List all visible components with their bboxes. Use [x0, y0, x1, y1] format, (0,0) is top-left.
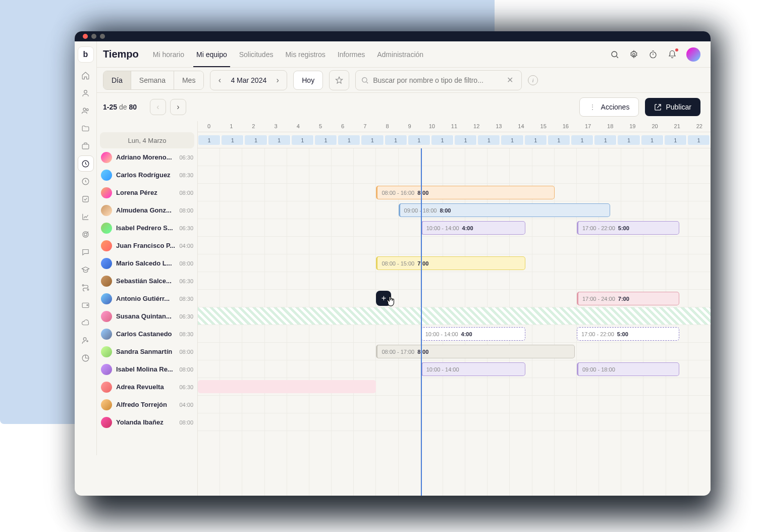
timeline-row[interactable]	[198, 413, 711, 431]
tab-solicitudes[interactable]: Solicitudes	[239, 42, 274, 67]
shift-block[interactable]: 17:00 - 22:005:00	[577, 327, 679, 341]
cloud-icon[interactable]	[78, 314, 94, 331]
clock-icon[interactable]	[78, 155, 94, 172]
shift-block[interactable]: 08:00 - 15:007:00	[376, 256, 525, 270]
shift-duration: 7:00	[618, 296, 629, 302]
timeline-row[interactable]	[198, 378, 711, 396]
hour-count: 1	[315, 135, 337, 145]
pie-icon[interactable]	[78, 350, 94, 366]
next-day-button[interactable]: ›	[272, 76, 284, 85]
close-dot-icon[interactable]	[83, 34, 88, 39]
employee-name: Sebastián Salce...	[116, 277, 175, 285]
absence-block[interactable]	[198, 380, 376, 393]
employee-row[interactable]: Mario Salcedo L... 08:00	[97, 254, 197, 272]
favorite-button[interactable]	[329, 70, 349, 90]
briefcase-icon[interactable]	[78, 138, 94, 154]
search-box[interactable]: ✕	[355, 70, 522, 90]
employee-row[interactable]: Juan Francisco P... 04:00	[97, 237, 197, 254]
employee-row[interactable]: Carlos Castanedo 08:30	[97, 325, 197, 343]
prev-page-button[interactable]: ‹	[150, 99, 166, 115]
shift-block[interactable]: 08:00 - 17:008:00	[376, 345, 574, 358]
avatar	[101, 346, 112, 357]
gear-icon[interactable]	[629, 49, 639, 60]
employee-row[interactable]: Isabel Molina Re... 08:00	[97, 360, 197, 378]
employee-row[interactable]: Sebastián Salce... 06:30	[97, 272, 197, 290]
shift-block[interactable]: 09:00 - 18:00	[577, 362, 679, 376]
target-icon[interactable]	[78, 226, 94, 242]
info-icon[interactable]: i	[528, 75, 538, 85]
timeline-row[interactable]	[198, 396, 711, 413]
timeline-row[interactable]: 10:00 - 14:004:0017:00 - 22:005:00	[198, 219, 711, 237]
today-button[interactable]: Hoy	[293, 71, 323, 90]
stopwatch-icon[interactable]	[648, 49, 658, 60]
profile-avatar[interactable]	[686, 47, 700, 62]
hour-count: 1	[222, 135, 244, 145]
timeline-row[interactable]: 08:00 - 17:008:00	[198, 343, 711, 360]
tab-informes[interactable]: Informes	[338, 42, 365, 67]
tab-mi-horario[interactable]: Mi horario	[153, 42, 184, 67]
tab-administración[interactable]: Administración	[377, 42, 423, 67]
route-icon[interactable]	[78, 279, 94, 295]
shift-block[interactable]: 10:00 - 14:004:00	[421, 327, 526, 341]
shift-block[interactable]: 10:00 - 14:004:00	[421, 221, 526, 235]
employee-row[interactable]: Lorena Pérez 08:00	[97, 184, 197, 201]
employee-row[interactable]: Adriano Moreno... 06:30	[97, 148, 197, 166]
employee-row[interactable]: Yolanda Ibañez 08:00	[97, 413, 197, 431]
timeline-row[interactable]: 10:00 - 14:004:0017:00 - 22:005:00	[198, 325, 711, 343]
shift-block[interactable]: 17:00 - 22:005:00	[577, 221, 679, 235]
shift-block[interactable]: 08:00 - 16:008:00	[376, 186, 554, 199]
wallet-icon[interactable]	[78, 297, 94, 313]
clear-search-icon[interactable]: ✕	[504, 75, 516, 85]
next-page-button[interactable]: ›	[170, 99, 186, 115]
timeline-row[interactable]: 08:00 - 15:007:00	[198, 254, 711, 272]
user-icon[interactable]	[78, 85, 94, 101]
timeline-row[interactable]	[198, 307, 711, 325]
timeline-row[interactable]: 10:00 - 14:0009:00 - 18:00	[198, 360, 711, 378]
timeline-row[interactable]: 08:00 - 16:008:00	[198, 184, 711, 201]
employee-row[interactable]: Alfredo Torrejón 04:00	[97, 396, 197, 413]
minimize-dot-icon[interactable]	[91, 34, 96, 39]
history-icon[interactable]	[78, 173, 94, 189]
prev-day-button[interactable]: ‹	[213, 76, 226, 85]
publish-button[interactable]: Publicar	[645, 98, 700, 116]
timeline-row[interactable]	[198, 166, 711, 184]
search-input[interactable]	[373, 76, 504, 84]
maximize-dot-icon[interactable]	[100, 34, 105, 39]
shift-block[interactable]: 09:00 - 18:008:00	[399, 203, 611, 217]
timeline-row[interactable]	[198, 148, 711, 166]
shift-block[interactable]: 17:00 - 24:007:00	[577, 292, 679, 305]
app-logo-icon[interactable]: b	[78, 46, 94, 63]
hour-label: 18	[599, 121, 621, 132]
chart-icon[interactable]	[78, 208, 94, 225]
hour-label: 5	[309, 121, 332, 132]
employee-row[interactable]: Sandra Sanmartín 08:00	[97, 343, 197, 360]
home-icon[interactable]	[78, 67, 94, 83]
employee-hours: 06:30	[179, 313, 193, 320]
employee-row[interactable]: Antonio Gutiérr... 08:30	[97, 290, 197, 307]
timeline-row[interactable]	[198, 237, 711, 254]
view-semana[interactable]: Semana	[131, 71, 174, 89]
shift-block[interactable]: 10:00 - 14:00	[421, 362, 526, 376]
timeline-row[interactable]	[198, 272, 711, 290]
view-mes[interactable]: Mes	[174, 71, 203, 89]
folder-icon[interactable]	[78, 120, 94, 136]
tab-mi-equipo[interactable]: Mi equipo	[196, 42, 227, 67]
bell-icon[interactable]	[667, 49, 677, 60]
timeline-row[interactable]: 17:00 - 24:007:00+	[198, 290, 711, 307]
employee-row[interactable]: Carlos Rodríguez 08:30	[97, 166, 197, 184]
graduation-icon[interactable]	[78, 261, 94, 278]
employee-row[interactable]: Isabel Pedrero S... 06:30	[97, 219, 197, 237]
search-icon[interactable]	[610, 49, 620, 60]
employee-row[interactable]: Almudena Gonz... 08:00	[97, 201, 197, 219]
timeline-row[interactable]: 09:00 - 18:008:00	[198, 201, 711, 219]
tab-mis-registros[interactable]: Mis registros	[285, 42, 325, 67]
view-día[interactable]: Día	[103, 71, 131, 89]
add-shift-button[interactable]: +	[376, 291, 391, 306]
employee-row[interactable]: Susana Quintan... 06:30	[97, 307, 197, 325]
message-icon[interactable]	[78, 244, 94, 260]
users-icon[interactable]	[78, 102, 94, 119]
check-square-icon[interactable]	[78, 191, 94, 207]
user-add-icon[interactable]	[78, 332, 94, 348]
actions-button[interactable]: ⋮ Acciones	[579, 97, 639, 117]
employee-row[interactable]: Adrea Revuelta 06:30	[97, 378, 197, 396]
